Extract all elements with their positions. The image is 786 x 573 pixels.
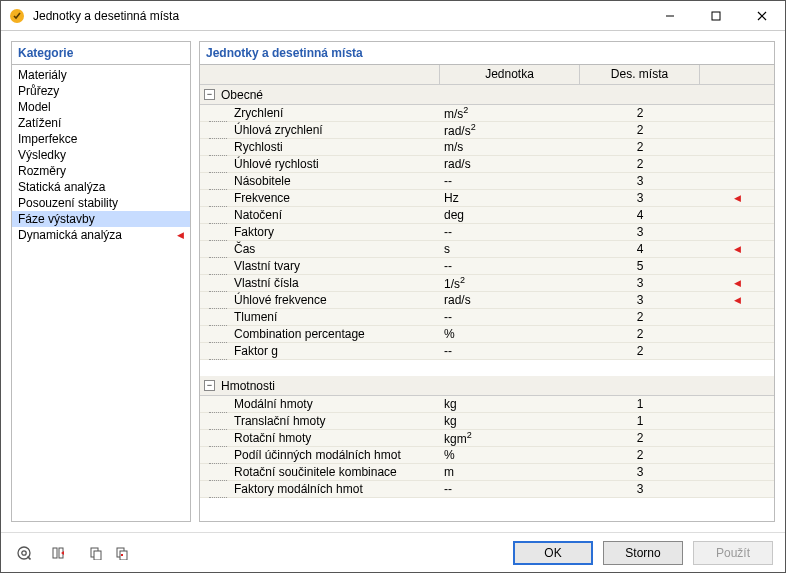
category-label: Dynamická analýza bbox=[18, 228, 122, 242]
category-item[interactable]: Statická analýza bbox=[12, 179, 190, 195]
property-decimals[interactable]: 3 bbox=[580, 276, 700, 290]
window: Jednotky a desetinná místa Kategorie Mat… bbox=[0, 0, 786, 573]
category-item[interactable]: Imperfekce bbox=[12, 131, 190, 147]
property-decimals[interactable]: 1 bbox=[580, 397, 700, 411]
property-decimals[interactable]: 2 bbox=[580, 448, 700, 462]
category-item[interactable]: Zatížení bbox=[12, 115, 190, 131]
maximize-button[interactable] bbox=[693, 1, 739, 31]
copy-icon[interactable] bbox=[85, 542, 107, 564]
group-header[interactable]: −Hmotnosti bbox=[200, 376, 774, 396]
property-unit[interactable]: -- bbox=[440, 174, 580, 188]
minimize-button[interactable] bbox=[647, 1, 693, 31]
property-decimals[interactable]: 3 bbox=[580, 482, 700, 496]
property-row[interactable]: Combination percentage%2 bbox=[200, 326, 774, 343]
property-unit[interactable]: s bbox=[440, 242, 580, 256]
property-decimals[interactable]: 2 bbox=[580, 140, 700, 154]
help-icon[interactable] bbox=[13, 542, 35, 564]
property-name: Combination percentage bbox=[232, 327, 440, 341]
main-panel: Jednotky a desetinná místa Jednotka Des.… bbox=[199, 41, 775, 522]
property-decimals[interactable]: 3 bbox=[580, 465, 700, 479]
category-item[interactable]: Rozměry bbox=[12, 163, 190, 179]
property-name: Čas bbox=[232, 242, 440, 256]
property-unit[interactable]: rad/s2 bbox=[440, 122, 580, 138]
property-decimals[interactable]: 2 bbox=[580, 344, 700, 358]
cancel-button[interactable]: Storno bbox=[603, 541, 683, 565]
svg-rect-8 bbox=[53, 548, 57, 558]
property-decimals[interactable]: 2 bbox=[580, 327, 700, 341]
category-item[interactable]: Dynamická analýza◀ bbox=[12, 227, 190, 243]
property-row[interactable]: Úhlové frekvencerad/s3◀ bbox=[200, 292, 774, 309]
property-decimals[interactable]: 3 bbox=[580, 191, 700, 205]
category-sidebar: Kategorie MateriályPrůřezyModelZatíženíI… bbox=[11, 41, 191, 522]
property-decimals[interactable]: 2 bbox=[580, 431, 700, 445]
property-decimals[interactable]: 3 bbox=[580, 225, 700, 239]
property-row[interactable]: Tlumení--2 bbox=[200, 309, 774, 326]
property-unit[interactable]: rad/s bbox=[440, 157, 580, 171]
property-name: Frekvence bbox=[232, 191, 440, 205]
property-row[interactable]: Zrychlením/s22 bbox=[200, 105, 774, 122]
property-decimals[interactable]: 5 bbox=[580, 259, 700, 273]
collapse-toggle-icon[interactable]: − bbox=[204, 380, 215, 391]
property-unit[interactable]: -- bbox=[440, 482, 580, 496]
property-row[interactable]: Čass4◀ bbox=[200, 241, 774, 258]
reset-icon[interactable] bbox=[47, 542, 69, 564]
property-unit[interactable]: kg bbox=[440, 414, 580, 428]
property-row[interactable]: Faktory modálních hmot--3 bbox=[200, 481, 774, 498]
category-item[interactable]: Fáze výstavby bbox=[12, 211, 190, 227]
property-row[interactable]: Úhlová zrychlenírad/s22 bbox=[200, 122, 774, 139]
property-decimals[interactable]: 4 bbox=[580, 242, 700, 256]
property-row[interactable]: Vlastní tvary--5 bbox=[200, 258, 774, 275]
property-row[interactable]: Rotační součinitele kombinacem3 bbox=[200, 464, 774, 481]
property-unit[interactable]: -- bbox=[440, 344, 580, 358]
property-unit[interactable]: Hz bbox=[440, 191, 580, 205]
property-unit[interactable]: deg bbox=[440, 208, 580, 222]
property-unit[interactable]: % bbox=[440, 327, 580, 341]
property-row[interactable]: Násobitele--3 bbox=[200, 173, 774, 190]
property-decimals[interactable]: 2 bbox=[580, 157, 700, 171]
category-label: Zatížení bbox=[18, 116, 61, 130]
property-row[interactable]: Faktor g--2 bbox=[200, 343, 774, 360]
property-row[interactable]: Translační hmotykg1 bbox=[200, 413, 774, 430]
paste-icon[interactable] bbox=[111, 542, 133, 564]
svg-rect-2 bbox=[712, 12, 720, 20]
property-decimals[interactable]: 3 bbox=[580, 293, 700, 307]
property-row[interactable]: Natočenídeg4 bbox=[200, 207, 774, 224]
property-unit[interactable]: rad/s bbox=[440, 293, 580, 307]
close-button[interactable] bbox=[739, 1, 785, 31]
property-decimals[interactable]: 2 bbox=[580, 310, 700, 324]
collapse-toggle-icon[interactable]: − bbox=[204, 89, 215, 100]
property-decimals[interactable]: 3 bbox=[580, 174, 700, 188]
property-row[interactable]: Faktory--3 bbox=[200, 224, 774, 241]
property-unit[interactable]: m bbox=[440, 465, 580, 479]
property-unit[interactable]: kg bbox=[440, 397, 580, 411]
property-unit[interactable]: -- bbox=[440, 225, 580, 239]
property-row[interactable]: FrekvenceHz3◀ bbox=[200, 190, 774, 207]
category-item[interactable]: Výsledky bbox=[12, 147, 190, 163]
property-unit[interactable]: m/s2 bbox=[440, 105, 580, 121]
property-decimals[interactable]: 2 bbox=[580, 123, 700, 137]
property-row[interactable]: Vlastní čísla1/s23◀ bbox=[200, 275, 774, 292]
category-item[interactable]: Průřezy bbox=[12, 83, 190, 99]
apply-button[interactable]: Použít bbox=[693, 541, 773, 565]
property-row[interactable]: Rychlostim/s2 bbox=[200, 139, 774, 156]
property-unit[interactable]: kgm2 bbox=[440, 430, 580, 446]
category-item[interactable]: Model bbox=[12, 99, 190, 115]
property-unit[interactable]: % bbox=[440, 448, 580, 462]
category-item[interactable]: Materiály bbox=[12, 67, 190, 83]
property-row[interactable]: Modální hmotykg1 bbox=[200, 396, 774, 413]
property-row[interactable]: Úhlové rychlostirad/s2 bbox=[200, 156, 774, 173]
property-row[interactable]: Rotační hmotykgm22 bbox=[200, 430, 774, 447]
group-header[interactable]: −Obecné bbox=[200, 85, 774, 105]
ok-button[interactable]: OK bbox=[513, 541, 593, 565]
property-row[interactable]: Podíl účinných modálních hmot%2 bbox=[200, 447, 774, 464]
property-unit[interactable]: 1/s2 bbox=[440, 275, 580, 291]
property-decimals[interactable]: 2 bbox=[580, 106, 700, 120]
property-unit[interactable]: -- bbox=[440, 259, 580, 273]
property-decimals[interactable]: 4 bbox=[580, 208, 700, 222]
group-title: Obecné bbox=[221, 88, 263, 102]
property-unit[interactable]: -- bbox=[440, 310, 580, 324]
property-decimals[interactable]: 1 bbox=[580, 414, 700, 428]
property-name: Faktor g bbox=[232, 344, 440, 358]
category-item[interactable]: Posouzení stability bbox=[12, 195, 190, 211]
property-unit[interactable]: m/s bbox=[440, 140, 580, 154]
